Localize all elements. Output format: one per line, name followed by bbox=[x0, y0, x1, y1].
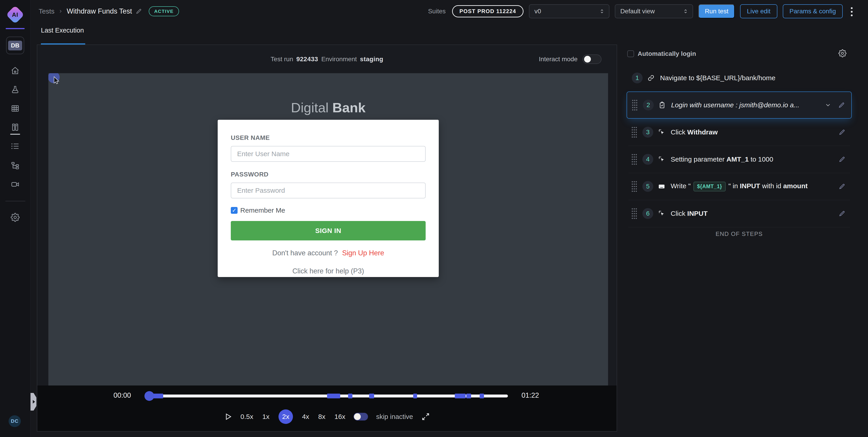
activity-segment[interactable] bbox=[413, 394, 417, 398]
step-text: Setting parameter AMT_1 to 1000 bbox=[671, 155, 839, 163]
auto-login-checkbox[interactable] bbox=[627, 51, 634, 57]
toggle-knob bbox=[354, 413, 361, 420]
breadcrumb-tests[interactable]: Tests bbox=[39, 7, 55, 15]
replay-viewport[interactable]: Digital Bank USER NAME PASSWORD ✓ Rememb… bbox=[49, 73, 608, 386]
steps-panel: Automatically login 1Navigate to ${BASE_… bbox=[620, 0, 868, 437]
drag-handle-icon[interactable] bbox=[631, 153, 638, 165]
keyboard-icon bbox=[658, 183, 665, 190]
status-badge: ACTIVE bbox=[149, 6, 179, 16]
remember-me-checkbox[interactable]: ✓ bbox=[231, 207, 238, 214]
activity-segment[interactable] bbox=[327, 394, 340, 398]
skip-inactive-toggle[interactable] bbox=[353, 413, 368, 420]
interact-mode-toggle[interactable] bbox=[583, 55, 601, 64]
list-icon[interactable] bbox=[11, 142, 20, 151]
signup-row: Don't have account ? Sign Up Here bbox=[231, 249, 426, 257]
suite-pill[interactable]: POST PROD 112224 bbox=[452, 5, 524, 18]
step-text: Write " ${AMT_1} " in INPUT with id amou… bbox=[671, 182, 839, 191]
activity-segment[interactable] bbox=[153, 394, 163, 398]
help-link[interactable]: Click here for help (P3) bbox=[231, 267, 426, 275]
run-header: Test run 922433 Environment staging Inte… bbox=[37, 45, 617, 73]
panel-expand-handle[interactable] bbox=[31, 393, 36, 411]
cursor-click-icon bbox=[658, 129, 665, 136]
sign-in-button[interactable]: SIGN IN bbox=[231, 221, 426, 241]
app-logo-glyph: AI bbox=[12, 11, 18, 18]
fullscreen-icon[interactable] bbox=[421, 412, 430, 421]
timeline-track[interactable] bbox=[146, 395, 508, 398]
step-row-1[interactable]: 1Navigate to ${BASE_URL}/bank/home bbox=[627, 64, 852, 92]
link-icon bbox=[647, 74, 655, 82]
select-chevrons-icon bbox=[599, 8, 605, 14]
speed-option-1x[interactable]: 1x bbox=[262, 413, 270, 420]
toggle-knob bbox=[584, 56, 591, 63]
speed-option-0.5x[interactable]: 0.5x bbox=[241, 413, 253, 420]
timeline-handle[interactable] bbox=[145, 391, 154, 401]
video-camera-icon[interactable] bbox=[11, 180, 20, 189]
step-edit-pencil-icon[interactable] bbox=[839, 183, 845, 190]
app-logo[interactable]: AI bbox=[6, 5, 24, 24]
username-label: USER NAME bbox=[231, 134, 426, 142]
left-sidebar: AI DB DC bbox=[0, 0, 31, 437]
step-row-4[interactable]: 4Setting parameter AMT_1 to 1000 bbox=[627, 146, 852, 173]
speed-option-16x[interactable]: 16x bbox=[335, 413, 345, 420]
user-avatar[interactable]: DC bbox=[8, 415, 21, 427]
signup-link[interactable]: Sign Up Here bbox=[342, 249, 384, 257]
activity-segment[interactable] bbox=[466, 394, 471, 398]
step-text: Login with username : jsmith@demo.io a..… bbox=[671, 101, 825, 109]
signup-prefix: Don't have account ? bbox=[272, 249, 338, 257]
current-time: 00:00 bbox=[114, 392, 131, 400]
run-meta: Test run 922433 Environment staging bbox=[271, 56, 383, 63]
play-button-icon[interactable] bbox=[224, 412, 232, 421]
version-select[interactable]: v0 bbox=[529, 4, 610, 18]
step-edit-pencil-icon[interactable] bbox=[838, 102, 845, 108]
speed-option-8x[interactable]: 8x bbox=[318, 413, 326, 420]
password-input[interactable] bbox=[231, 183, 426, 198]
cursor-click-icon bbox=[658, 156, 665, 163]
grid-icon[interactable] bbox=[11, 104, 20, 113]
step-edit-pencil-icon[interactable] bbox=[839, 210, 845, 217]
username-input[interactable] bbox=[231, 146, 426, 162]
step-edit-pencil-icon[interactable] bbox=[839, 156, 845, 163]
settings-gear-icon[interactable] bbox=[11, 213, 20, 222]
logo-divider bbox=[6, 28, 25, 29]
speed-option-4x[interactable]: 4x bbox=[302, 413, 309, 420]
drag-handle-icon[interactable] bbox=[631, 208, 638, 219]
steps-settings-gear-icon[interactable] bbox=[838, 49, 846, 57]
drag-handle-icon[interactable] bbox=[631, 99, 638, 111]
project-badge: DB bbox=[8, 41, 22, 51]
password-label: PASSWORD bbox=[231, 171, 426, 178]
step-number-badge: 3 bbox=[643, 127, 653, 137]
step-expand-chevron-icon[interactable] bbox=[825, 102, 831, 108]
step-edit-pencil-icon[interactable] bbox=[839, 129, 845, 135]
activity-segment[interactable] bbox=[348, 394, 352, 398]
tab-last-execution[interactable]: Last Execution bbox=[41, 27, 84, 34]
flask-icon[interactable] bbox=[11, 85, 20, 94]
step-row-3[interactable]: 3Click Withdraw bbox=[627, 119, 852, 146]
drag-handle-icon[interactable] bbox=[631, 181, 638, 192]
step-text: Navigate to ${BASE_URL}/bank/home bbox=[660, 74, 845, 82]
step-row-2[interactable]: 2Login with username : jsmith@demo.io a.… bbox=[627, 92, 852, 119]
remember-me-row: ✓ Remember Me bbox=[231, 207, 426, 214]
login-card: USER NAME PASSWORD ✓ Remember Me SIGN IN… bbox=[218, 120, 439, 277]
parameter-chip: ${AMT_1} bbox=[693, 182, 725, 191]
activity-segment[interactable] bbox=[455, 394, 466, 398]
step-number-badge: 4 bbox=[643, 154, 653, 165]
player-controls: 0.5x1x2x4x8x16x skip inactive bbox=[37, 409, 617, 424]
activity-segment[interactable] bbox=[369, 394, 374, 398]
playback-bar: 00:00 01:22 0.5x1x2x4x8x16x skip inactiv… bbox=[37, 385, 617, 431]
app-root: AI DB DC Te bbox=[0, 0, 868, 437]
remember-me-label: Remember Me bbox=[240, 207, 285, 214]
cursor-click-icon bbox=[658, 210, 665, 217]
suites-icon[interactable] bbox=[11, 123, 20, 132]
project-switcher[interactable]: DB bbox=[6, 37, 24, 54]
environment-label: Environment bbox=[321, 56, 357, 63]
drag-handle-icon[interactable] bbox=[631, 126, 638, 138]
interact-mode-label: Interact mode bbox=[539, 56, 578, 63]
tree-icon[interactable] bbox=[11, 161, 20, 170]
activity-segment[interactable] bbox=[480, 394, 484, 398]
speed-option-2x[interactable]: 2x bbox=[278, 409, 293, 424]
edit-title-pencil-icon[interactable] bbox=[135, 8, 142, 14]
bank-brand: Digital Bank bbox=[49, 100, 608, 116]
step-row-5[interactable]: 5Write " ${AMT_1} " in INPUT with id amo… bbox=[627, 173, 852, 200]
home-icon[interactable] bbox=[11, 66, 20, 75]
step-row-6[interactable]: 6Click INPUT bbox=[627, 200, 852, 227]
